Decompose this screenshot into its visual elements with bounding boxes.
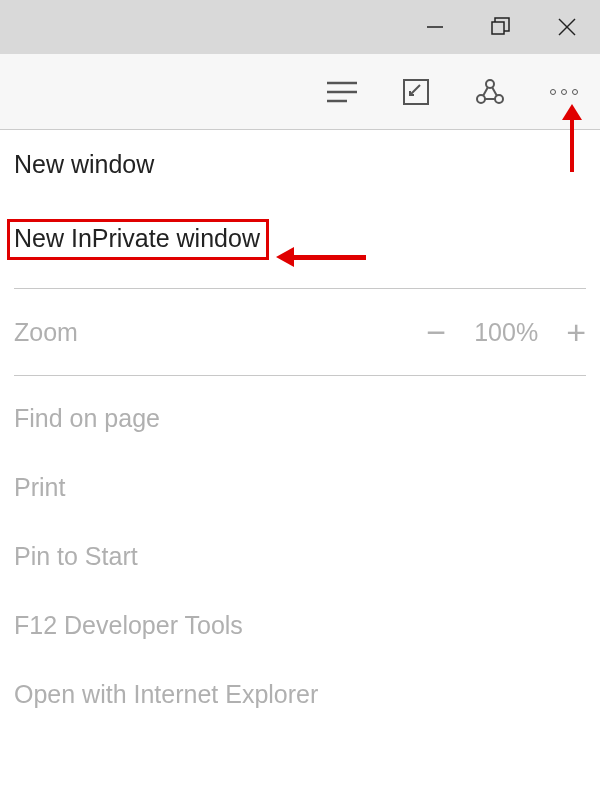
reading-list-icon [327,80,357,104]
close-button[interactable] [534,0,600,54]
menu-item-open-ie[interactable]: Open with Internet Explorer [0,660,600,729]
menu-item-new-window[interactable]: New window [0,130,600,199]
close-icon [558,18,576,36]
annotation-arrow-up [562,104,582,172]
svg-point-16 [562,89,567,94]
window-titlebar [0,0,600,54]
reading-list-button[interactable] [320,70,364,114]
menu-item-dev-tools[interactable]: F12 Developer Tools [0,591,600,660]
share-button[interactable] [468,70,512,114]
menu-item-new-inprivate[interactable]: New InPrivate window [0,199,600,280]
share-icon [475,77,505,107]
minimize-button[interactable] [402,0,468,54]
menu-divider [14,375,586,376]
minimize-icon [427,19,443,35]
zoom-in-button[interactable]: + [566,315,586,349]
web-note-button[interactable] [394,70,438,114]
browser-toolbar [0,54,600,130]
menu-item-pin-to-start[interactable]: Pin to Start [0,522,600,591]
zoom-out-button[interactable]: − [426,315,446,349]
annotation-arrow-left [276,247,366,267]
svg-rect-1 [492,22,504,34]
zoom-label: Zoom [14,318,78,347]
menu-divider [14,288,586,289]
menu-item-zoom: Zoom − 100% + [0,297,600,367]
zoom-controls: − 100% + [426,315,586,349]
svg-point-15 [551,89,556,94]
web-note-icon [402,78,430,106]
zoom-value: 100% [474,318,538,347]
maximize-button[interactable] [468,0,534,54]
svg-line-8 [410,85,420,95]
menu-item-print[interactable]: Print [0,453,600,522]
svg-line-12 [483,87,488,96]
menu-item-new-inprivate-label: New InPrivate window [7,219,269,260]
more-menu: New window New InPrivate window Zoom − 1… [0,130,600,729]
menu-item-find-on-page[interactable]: Find on page [0,384,600,453]
svg-point-17 [573,89,578,94]
svg-rect-7 [404,80,428,104]
maximize-icon [491,17,511,37]
more-icon [549,88,579,96]
svg-line-13 [492,87,497,96]
